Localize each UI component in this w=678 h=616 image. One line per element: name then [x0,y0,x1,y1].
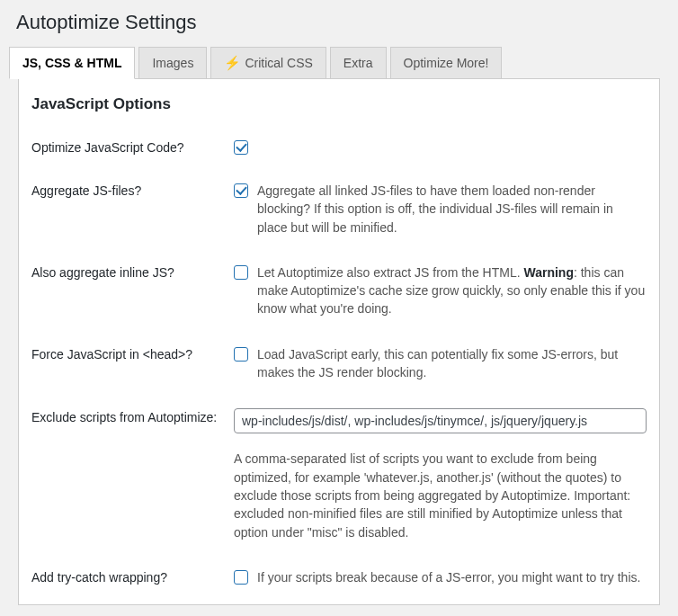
control-optimize-js [234,138,647,155]
label-aggregate-inline: Also aggregate inline JS? [31,263,234,280]
desc-force-head: Load JavaScript early, this can potentia… [257,345,647,382]
tab-critical-css[interactable]: ⚡ Critical CSS [210,47,326,79]
control-exclude: A comma-separated list of scripts you wa… [234,408,647,540]
control-aggregate-inline: Let Autoptimize also extract JS from the… [234,263,647,318]
tabs: JS, CSS & HTML Images ⚡ Critical CSS Ext… [9,47,669,79]
checkbox-trycatch[interactable] [234,570,248,585]
tab-images[interactable]: Images [138,47,207,79]
checkbox-aggregate-inline[interactable] [234,265,248,280]
row-optimize-js: Optimize JavaScript Code? [31,138,647,155]
tab-label: JS, CSS & HTML [22,56,121,70]
label-trycatch: Add try-catch wrapping? [31,568,234,585]
label-exclude: Exclude scripts from Autoptimize: [31,408,234,424]
desc-aggregate-inline: Let Autoptimize also extract JS from the… [257,263,647,318]
tabs-container: JS, CSS & HTML Images ⚡ Critical CSS Ext… [0,47,678,605]
checkbox-force-head[interactable] [234,347,248,362]
lightning-icon: ⚡ [224,55,241,71]
row-exclude: Exclude scripts from Autoptimize: A comm… [31,408,647,540]
tab-label: Extra [343,56,373,70]
control-force-head: Load JavaScript early, this can potentia… [234,345,647,382]
tab-extra[interactable]: Extra [330,47,387,79]
label-optimize-js: Optimize JavaScript Code? [31,138,234,155]
row-trycatch: Add try-catch wrapping? If your scripts … [31,568,647,586]
tab-label: Optimize More! [404,56,489,70]
page-title: Autoptimize Settings [0,0,678,47]
tab-optimize-more[interactable]: Optimize More! [390,47,503,79]
row-aggregate-inline: Also aggregate inline JS? Let Autoptimiz… [31,263,647,318]
checkbox-optimize-js[interactable] [234,140,248,155]
label-force-head: Force JavaScript in <head>? [31,345,234,362]
tab-label: Images [152,56,193,70]
control-aggregate-js: Aggregate all linked JS-files to have th… [234,182,647,237]
checkbox-aggregate-js[interactable] [234,183,248,198]
desc-aggregate-js: Aggregate all linked JS-files to have th… [257,182,647,237]
tab-js-css-html[interactable]: JS, CSS & HTML [9,47,135,79]
row-aggregate-js: Aggregate JS-files? Aggregate all linked… [31,182,647,237]
desc-trycatch: If your scripts break because of a JS-er… [257,568,640,586]
settings-panel: JavaScript Options Optimize JavaScript C… [18,78,660,605]
control-trycatch: If your scripts break because of a JS-er… [234,568,647,586]
tab-label: Critical CSS [245,56,312,70]
help-exclude: A comma-separated list of scripts you wa… [234,450,647,540]
row-force-head: Force JavaScript in <head>? Load JavaScr… [31,345,647,382]
label-aggregate-js: Aggregate JS-files? [31,182,234,198]
section-title: JavaScript Options [31,95,647,113]
input-exclude[interactable] [234,408,647,433]
